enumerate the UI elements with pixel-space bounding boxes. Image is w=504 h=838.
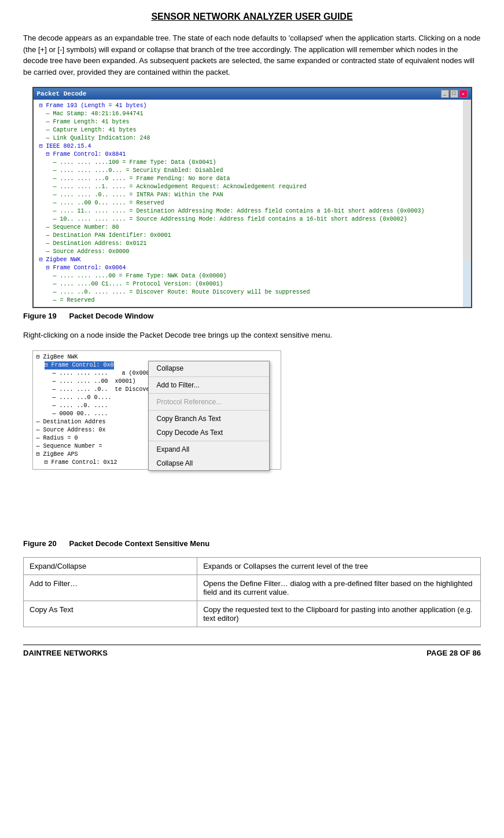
pd-row-15: — 10.. .... .... .... = Source Addressin… xyxy=(37,215,459,224)
figure-19-caption: Figure 19 Packet Decode Window xyxy=(23,312,481,320)
pd-row-1: ⊟ Frame 193 (Length = 41 bytes) xyxy=(37,102,459,110)
page-title: SENSOR NETWORK ANALYZER USER GUIDE xyxy=(23,12,481,22)
pd-row-9: — .... .... ....0... = Security Enabled:… xyxy=(37,167,459,175)
pd-row-20: ⊟ Zigbee NWK xyxy=(37,256,459,264)
cm-collapse[interactable]: Collapse xyxy=(149,361,269,375)
pd-row-18: — Destination Address: 0x0121 xyxy=(37,240,459,248)
cm-add-to-filter[interactable]: Add to Filter... xyxy=(149,378,269,392)
pd-row-8: — .... .... ....100 = Frame Type: Data (… xyxy=(37,159,459,167)
context-menu: Collapse Add to Filter... Protocol Refer… xyxy=(148,361,270,471)
pd-row-21: ⊟ Frame Control: 0x0064 xyxy=(37,264,459,272)
pd-content: ⊟ Frame 193 (Length = 41 bytes) — Mac St… xyxy=(34,100,471,307)
pd-row-17: — Destination PAN Identifier: 0x0001 xyxy=(37,232,459,240)
table-row-3: Copy As Text Copy the requested text to … xyxy=(24,601,481,627)
cm-divider-4 xyxy=(149,441,269,441)
pd-row-7: ⊟ Frame Control: 0x8841 xyxy=(37,151,459,159)
pd-row-23: — .... ....00 C1.... = Protocol Version:… xyxy=(37,280,459,288)
pd-row-4: — Capture Length: 41 bytes xyxy=(37,126,459,134)
cm-copy-branch[interactable]: Copy Branch As Text xyxy=(149,412,269,426)
table-row-2: Add to Filter… Opens the Define Filter… … xyxy=(24,574,481,601)
intro-paragraph: The decode appears as an expandable tree… xyxy=(23,32,481,78)
pd-row-16: — Sequence Number: 80 xyxy=(37,224,459,232)
pd-body: ⊟ Frame 193 (Length = 41 bytes) — Mac St… xyxy=(34,100,463,307)
table-cell-desc-3: Copy the requested text to the Clipboard… xyxy=(197,601,481,627)
footer-right: PAGE 28 OF 86 xyxy=(426,649,481,657)
pd-row-12: — .... .... .0.. .... = INTRA PAN: Withi… xyxy=(37,191,459,199)
pd-scrollbar[interactable] xyxy=(463,100,471,262)
table-cell-desc-1: Expands or Collapses the current level o… xyxy=(197,557,481,574)
figure-20-caption: Figure 20 Packet Decode Context Sensitiv… xyxy=(23,539,481,548)
figure-19-text: Packet Decode Window xyxy=(69,312,153,320)
pd-minimize-btn[interactable]: _ xyxy=(441,90,449,98)
pd-maximize-btn[interactable]: □ xyxy=(450,90,458,98)
pd-close-btn[interactable]: ✕ xyxy=(459,90,468,98)
tree-line-1: ⊟ ZigBee NWK xyxy=(36,353,277,361)
pd-titlebar-buttons: _ □ ✕ xyxy=(441,90,468,98)
cm-divider-2 xyxy=(149,393,269,394)
tree-selected-node: ⊟ Frame Control: 0x0 xyxy=(45,361,114,369)
pd-row-22: — .... .... ....00 = Frame Type: NWK Dat… xyxy=(37,272,459,280)
figure-19-label: Figure 19 xyxy=(23,312,57,320)
right-click-paragraph: Right-clicking on a node inside the Pack… xyxy=(23,330,481,341)
pd-row-10: — .... .... ...0 .... = Frame Pending: N… xyxy=(37,175,459,183)
cm-divider-1 xyxy=(149,376,269,377)
pd-row-25: — = Reserved xyxy=(37,297,459,305)
table-cell-desc-2: Opens the Define Filter… dialog with a p… xyxy=(197,574,481,601)
cm-protocol-reference: Protocol Reference... xyxy=(149,395,269,409)
cm-copy-decode[interactable]: Copy Decode As Text xyxy=(149,426,269,440)
pd-row-5: — Link Quality Indication: 248 xyxy=(37,134,459,142)
table-cell-feature-1: Expand/Collapse xyxy=(24,557,197,574)
page-footer: DAINTREE NETWORKS PAGE 28 OF 86 xyxy=(23,645,481,657)
pd-row-11: — .... .... ..1. .... = Acknowledgement … xyxy=(37,183,459,191)
figure-20-text: Packet Decode Context Sensitive Menu xyxy=(69,539,209,548)
packet-decode-window: Packet Decode _ □ ✕ ⊟ Frame 193 (Length … xyxy=(32,87,472,308)
pd-row-19: — Source Address: 0x0000 xyxy=(37,248,459,256)
figure-19-container: Packet Decode _ □ ✕ ⊟ Frame 193 (Length … xyxy=(23,87,481,320)
pd-row-3: — Frame Length: 41 bytes xyxy=(37,118,459,126)
table-cell-feature-2: Add to Filter… xyxy=(24,574,197,601)
footer-left: DAINTREE NETWORKS xyxy=(23,649,108,657)
pd-titlebar: Packet Decode _ □ ✕ xyxy=(34,88,471,100)
pd-title: Packet Decode xyxy=(37,90,87,97)
cm-divider-3 xyxy=(149,410,269,411)
context-menu-area: ⊟ ZigBee NWK ⊟ Frame Control: 0x0 — ....… xyxy=(32,350,472,536)
pd-row-24: — .... ..0. .... .... = Discover Route: … xyxy=(37,288,459,297)
table-cell-feature-3: Copy As Text xyxy=(24,601,197,627)
pd-row-2: — Mac Stamp: 48:21:16.944741 xyxy=(37,110,459,118)
figure-20-container: ⊟ ZigBee NWK ⊟ Frame Control: 0x0 — ....… xyxy=(23,350,481,548)
pd-row-6: ⊟ IEEE 802.15.4 xyxy=(37,142,459,151)
pd-row-14: — .... 11.. .... .... = Destination Addr… xyxy=(37,207,459,215)
table-row-1: Expand/Collapse Expands or Collapses the… xyxy=(24,557,481,574)
pd-row-13: — .... ..00 0... .... = Reserved xyxy=(37,199,459,207)
feature-table: Expand/Collapse Expands or Collapses the… xyxy=(23,557,481,627)
figure-20-label: Figure 20 xyxy=(23,539,57,548)
cm-collapse-all[interactable]: Collapse All xyxy=(149,456,269,470)
cm-expand-all[interactable]: Expand All xyxy=(149,442,269,456)
